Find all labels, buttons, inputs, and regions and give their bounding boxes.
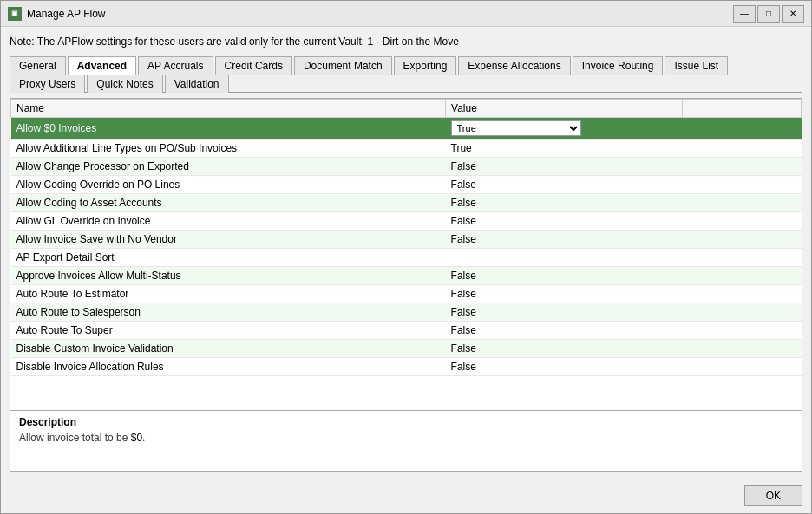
tab-document-match[interactable]: Document Match	[294, 56, 392, 75]
row-name: Approve Invoices Allow Multi-Status	[11, 267, 446, 285]
row-value: False	[446, 303, 683, 322]
table-row[interactable]: Allow Coding Override on PO LinesFalse	[11, 176, 802, 194]
row-extra	[683, 194, 802, 212]
row-name: Allow Additional Line Types on PO/Sub In…	[11, 140, 446, 158]
col-header-extra	[683, 100, 802, 118]
table-row[interactable]: Approve Invoices Allow Multi-StatusFalse	[11, 267, 802, 285]
window-controls: — □ ✕	[733, 5, 804, 23]
row-value: False	[446, 340, 683, 358]
app-icon: ▣	[8, 7, 22, 21]
tab-advanced[interactable]: Advanced	[68, 56, 136, 75]
description-label: Description	[19, 416, 793, 428]
row-name: Allow Coding Override on PO Lines	[11, 176, 446, 194]
tab-proxy-users[interactable]: Proxy Users	[10, 75, 85, 93]
table-row[interactable]: Allow Additional Line Types on PO/Sub In…	[11, 140, 802, 158]
row-extra	[683, 176, 802, 194]
table-row[interactable]: Auto Route To SuperFalse	[11, 322, 802, 340]
table-row[interactable]: Allow GL Override on InvoiceFalse	[11, 212, 802, 231]
main-window: ▣ Manage AP Flow — □ ✕ Note: The APFlow …	[0, 0, 812, 514]
row-extra	[683, 158, 802, 176]
table-row[interactable]: Allow $0 InvoicesTrueFalse	[11, 118, 802, 140]
settings-table: Name Value Allow $0 InvoicesTrueFalseAll…	[10, 99, 802, 376]
row-extra	[683, 140, 802, 158]
tab-expense-allocations[interactable]: Expense Allocations	[458, 56, 570, 75]
row-value: False	[446, 158, 683, 176]
description-panel: Description Allow invoice total to be $0…	[10, 410, 802, 471]
row-value: False	[446, 285, 683, 303]
table-row[interactable]: Auto Route to SalespersonFalse	[11, 303, 802, 322]
footer: OK	[1, 478, 811, 513]
row-extra	[683, 231, 802, 249]
note-bar: Note: The APFlow settings for these user…	[10, 34, 802, 49]
tab-general[interactable]: General	[10, 56, 66, 75]
row-name: Auto Route to Salesperson	[11, 303, 446, 322]
row-name: Allow $0 Invoices	[11, 118, 446, 140]
title-bar: ▣ Manage AP Flow — □ ✕	[1, 1, 811, 27]
tab-validation[interactable]: Validation	[165, 75, 229, 93]
row-name: Auto Route To Estimator	[11, 285, 446, 303]
content-area: Note: The APFlow settings for these user…	[1, 27, 811, 478]
note-text: Note: The APFlow settings for these user…	[10, 36, 459, 48]
tab-ap-accruals[interactable]: AP Accruals	[138, 56, 213, 75]
ok-button[interactable]: OK	[744, 485, 802, 506]
tab-invoice-routing[interactable]: Invoice Routing	[573, 56, 664, 75]
description-money: $0	[131, 432, 142, 444]
row-value: False	[446, 231, 683, 249]
row-value: False	[446, 212, 683, 231]
table-container[interactable]: Name Value Allow $0 InvoicesTrueFalseAll…	[10, 99, 802, 410]
row-name: Auto Route To Super	[11, 322, 446, 340]
row-name: Allow Coding to Asset Accounts	[11, 194, 446, 212]
tab-issue-list[interactable]: Issue List	[665, 56, 728, 75]
row-name: Allow Invoice Save with No Vendor	[11, 231, 446, 249]
row-name: Allow Change Processor on Exported	[11, 158, 446, 176]
col-header-value: Value	[446, 100, 683, 118]
tab-quick-notes[interactable]: Quick Notes	[87, 75, 162, 93]
row-extra	[683, 267, 802, 285]
tab-exporting[interactable]: Exporting	[394, 56, 457, 75]
minimize-button[interactable]: —	[733, 5, 756, 23]
row-value[interactable]: TrueFalse	[446, 118, 683, 140]
row-value	[446, 249, 683, 267]
row-value: False	[446, 322, 683, 340]
tabs-container: GeneralAdvancedAP AccrualsCredit CardsDo…	[10, 56, 802, 93]
close-button[interactable]: ✕	[782, 5, 804, 23]
row-value: False	[446, 194, 683, 212]
row-extra	[683, 212, 802, 231]
row-extra	[683, 303, 802, 322]
row-value: False	[446, 176, 683, 194]
table-row[interactable]: Allow Invoice Save with No VendorFalse	[11, 231, 802, 249]
row-extra	[683, 358, 802, 376]
maximize-button[interactable]: □	[757, 5, 780, 23]
row-value: True	[446, 140, 683, 158]
main-panel: Name Value Allow $0 InvoicesTrueFalseAll…	[10, 98, 802, 472]
window-title: Manage AP Flow	[27, 8, 733, 20]
table-row[interactable]: AP Export Detail Sort	[11, 249, 802, 267]
row-extra	[683, 322, 802, 340]
row-extra	[683, 118, 802, 140]
row-extra	[683, 285, 802, 303]
table-row[interactable]: Auto Route To EstimatorFalse	[11, 285, 802, 303]
table-row[interactable]: Allow Coding to Asset AccountsFalse	[11, 194, 802, 212]
row-value: False	[446, 358, 683, 376]
row-name: AP Export Detail Sort	[11, 249, 446, 267]
row-extra	[683, 249, 802, 267]
table-row[interactable]: Allow Change Processor on ExportedFalse	[11, 158, 802, 176]
row-name: Allow GL Override on Invoice	[11, 212, 446, 231]
value-dropdown[interactable]: TrueFalse	[451, 120, 581, 136]
tab-credit-cards[interactable]: Credit Cards	[215, 56, 292, 75]
table-row[interactable]: Disable Invoice Allocation RulesFalse	[11, 358, 802, 376]
row-name: Disable Custom Invoice Validation	[11, 340, 446, 358]
row-value: False	[446, 267, 683, 285]
row-extra	[683, 340, 802, 358]
table-row[interactable]: Disable Custom Invoice ValidationFalse	[11, 340, 802, 358]
description-text: Allow invoice total to be $0.	[19, 432, 793, 444]
col-header-name: Name	[11, 100, 446, 118]
row-name: Disable Invoice Allocation Rules	[11, 358, 446, 376]
